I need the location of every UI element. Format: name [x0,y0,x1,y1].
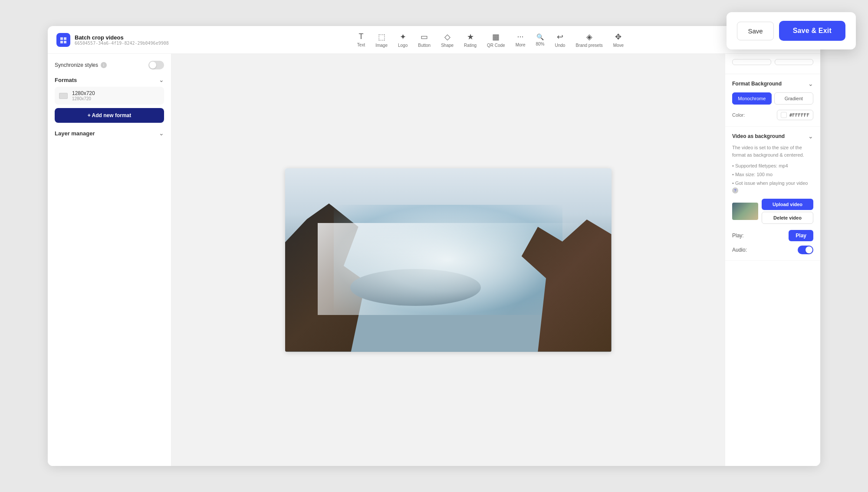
tool-logo[interactable]: ✦ Logo [394,30,412,50]
video-section-title: Video as background [732,133,785,139]
panel-button-1[interactable] [732,59,771,65]
tool-qrcode-label: QR Code [487,43,505,48]
video-actions: Upload video Delete video [762,199,813,224]
app-subtitle: 66504557-34a6-4f19-8242-29b0496e9908 [75,41,169,46]
tool-button[interactable]: ▭ Button [414,30,435,50]
left-sidebar: Synchronize styles i Formats ⌄ 1280x720 … [48,54,171,466]
tool-logo-label: Logo [398,43,408,48]
video-section-header[interactable]: Video as background ⌄ [732,133,813,140]
color-row: Color: #FFFFFF [732,110,813,120]
format-thumbnail [59,93,68,99]
move-icon: ✥ [615,32,621,42]
format-background-section: Format Background ⌄ Monochrome Gradient … [725,74,820,127]
video-upload-area: Upload video Delete video [732,199,813,224]
button-icon: ▭ [421,32,428,42]
bg-gradient-button[interactable]: Gradient [774,92,814,105]
color-swatch [781,112,787,118]
main-content: Synchronize styles i Formats ⌄ 1280x720 … [48,54,820,466]
video-help-icon[interactable]: ? [732,187,738,194]
shape-icon: ◇ [444,32,450,42]
layer-manager-section: Layer manager ⌄ [55,130,164,137]
formats-section-header[interactable]: Formats ⌄ [55,76,164,83]
tool-rating-label: Rating [464,43,477,48]
tool-button-label: Button [418,43,431,48]
format-name: 1280x720 [72,90,95,96]
brand-title-block: Batch crop videos 66504557-34a6-4f19-824… [75,34,169,46]
save-exit-button[interactable]: Save & Exit [779,21,845,41]
tool-shape[interactable]: ◇ Shape [437,30,458,50]
add-format-button[interactable]: + Add new format [55,108,164,123]
tool-brand-presets-label: Brand presets [575,43,602,48]
delete-video-button[interactable]: Delete video [762,212,813,224]
panel-buttons-row [732,59,813,65]
video-bullets: Supported filetypes: mp4 Max size: 100 m… [732,162,813,194]
format-background-chevron-icon: ⌄ [808,80,813,87]
undo-icon: ↩ [557,32,563,42]
canvas-image [285,168,612,352]
layer-manager-header[interactable]: Layer manager ⌄ [55,130,164,137]
video-description: The video is set to the size of the form… [732,144,813,158]
format-item[interactable]: 1280x720 1280x720 [55,87,164,105]
tool-text-label: Text [357,43,365,47]
video-as-background-section: Video as background ⌄ The video is set t… [725,127,820,261]
color-label: Color: [732,112,745,118]
tool-qrcode[interactable]: ▦ QR Code [483,30,510,50]
video-section-chevron-icon: ⌄ [808,133,813,140]
bg-type-row: Monochrome Gradient [732,92,813,105]
play-row: Play: Play [732,230,813,241]
tool-shape-label: Shape [441,43,454,48]
tool-text[interactable]: T Text [353,30,369,50]
brand-logo-icon [56,33,70,47]
tool-move-label: Move [613,43,624,48]
panel-button-2[interactable] [775,59,814,65]
sync-styles-info-icon[interactable]: i [101,62,107,68]
zoom-icon: 🔍 [536,33,544,40]
upload-video-button[interactable]: Upload video [762,199,813,210]
rating-icon: ★ [467,32,474,42]
text-icon: T [359,32,364,41]
video-bullet-maxsize: Max size: 100 mo [732,171,813,179]
format-background-title: Format Background [732,81,782,87]
tool-undo-label: Undo [555,43,566,48]
canvas-frame [285,168,612,352]
sync-styles-toggle[interactable] [148,61,164,69]
tool-zoom[interactable]: 🔍 80% [531,31,549,49]
brand-presets-icon: ◈ [586,32,592,42]
more-icon: ··· [517,32,524,41]
right-panel: Format Background ⌄ Monochrome Gradient … [725,54,820,466]
format-background-header[interactable]: Format Background ⌄ [732,80,813,87]
video-bullet-filetype: Supported filetypes: mp4 [732,162,813,171]
tool-zoom-label: 80% [536,42,544,46]
layer-manager-title: Layer manager [55,130,95,137]
formats-chevron-icon: ⌄ [159,76,164,83]
app-container: Batch crop videos 66504557-34a6-4f19-824… [48,26,820,466]
canvas-area [171,54,725,466]
play-button[interactable]: Play [789,230,813,241]
logo-icon: ✦ [400,32,406,42]
toolbar-brand: Batch crop videos 66504557-34a6-4f19-824… [56,33,169,47]
tool-brand-presets[interactable]: ◈ Brand presets [571,30,607,50]
format-dims: 1280x720 [72,96,95,101]
tool-more-label: More [516,43,526,47]
tool-more[interactable]: ··· More [511,30,530,50]
audio-row: Audio: [732,246,813,254]
save-button[interactable]: Save [737,22,773,40]
app-title: Batch crop videos [75,34,169,41]
tool-undo[interactable]: ↩ Undo [551,30,570,50]
image-icon: ⬚ [378,32,385,42]
audio-label: Audio: [732,247,747,253]
toolbar-tools: T Text ⬚ Image ✦ Logo ▭ Button ◇ Shape ★… [169,30,812,50]
video-bullet-issue: Got issue when playing your video ? [732,179,813,194]
tool-image-label: Image [375,43,388,48]
tool-move[interactable]: ✥ Move [609,30,628,50]
video-thumbnail [732,203,758,220]
tool-image[interactable]: ⬚ Image [371,30,392,50]
bg-monochrome-button[interactable]: Monochrome [732,92,772,105]
sync-styles-label: Synchronize styles [55,62,98,68]
format-label-block: 1280x720 1280x720 [72,90,95,101]
panel-top-buttons [725,54,820,74]
audio-toggle[interactable] [798,246,813,254]
tool-rating[interactable]: ★ Rating [460,30,481,50]
formats-section: Formats ⌄ 1280x720 1280x720 + Add new fo… [55,76,164,123]
color-value-picker[interactable]: #FFFFFF [777,110,813,120]
